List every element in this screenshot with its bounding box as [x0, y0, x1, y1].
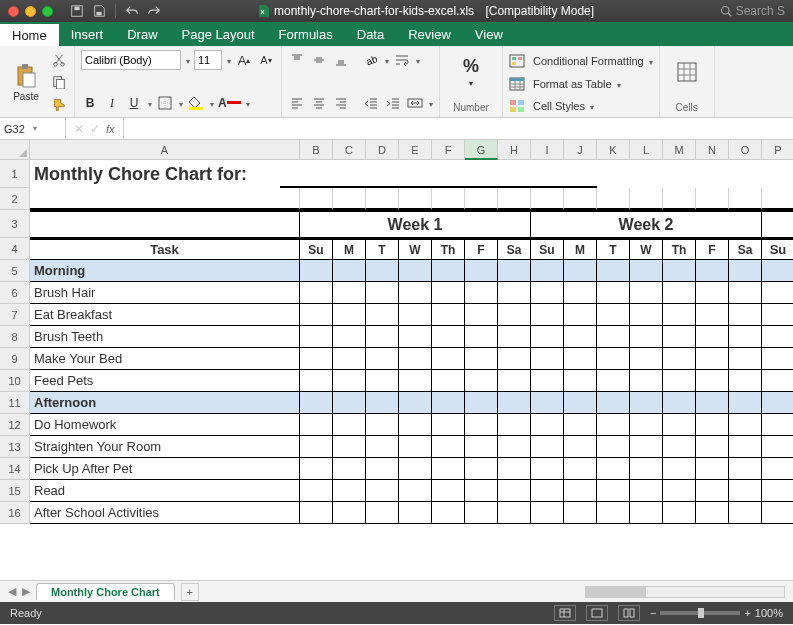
week2-header[interactable]: Week 2	[531, 210, 762, 238]
tab-home[interactable]: Home	[0, 22, 59, 46]
minimize-window-button[interactable]	[25, 6, 36, 17]
add-sheet-button[interactable]: +	[181, 583, 199, 601]
row-header-6[interactable]: 6	[0, 282, 30, 304]
undo-icon[interactable]	[124, 3, 140, 19]
align-top-button[interactable]	[288, 50, 306, 70]
bold-button[interactable]: B	[81, 93, 99, 113]
col-header-J[interactable]: J	[564, 140, 597, 160]
search-box[interactable]: Search S	[720, 4, 785, 18]
col-header-E[interactable]: E	[399, 140, 432, 160]
align-bottom-button[interactable]	[332, 50, 350, 70]
task-header[interactable]: Task	[30, 238, 300, 260]
col-header-D[interactable]: D	[366, 140, 399, 160]
chart-title[interactable]: Monthly Chore Chart for:	[30, 160, 280, 188]
accept-formula-icon[interactable]: ✓	[90, 122, 100, 136]
col-header-G[interactable]: G	[465, 140, 498, 160]
col-header-L[interactable]: L	[630, 140, 663, 160]
col-header-B[interactable]: B	[300, 140, 333, 160]
format-as-table-button[interactable]: Format as Table	[509, 77, 653, 91]
task-cell-15[interactable]: Read	[30, 480, 300, 502]
name-box[interactable]: G32 ▾	[0, 118, 66, 139]
orientation-button[interactable]: ab	[362, 50, 380, 70]
col-header-O[interactable]: O	[729, 140, 762, 160]
select-all-corner[interactable]	[0, 140, 30, 160]
save-icon[interactable]	[91, 3, 107, 19]
sheet-nav-next[interactable]: ▶	[22, 585, 30, 598]
wrap-text-button[interactable]	[393, 50, 411, 70]
align-middle-button[interactable]	[310, 50, 328, 70]
row-header-10[interactable]: 10	[0, 370, 30, 392]
task-cell-8[interactable]: Brush Teeth	[30, 326, 300, 348]
row-header-1[interactable]: 1	[0, 160, 30, 188]
borders-button[interactable]	[156, 93, 174, 113]
task-cell-6[interactable]: Brush Hair	[30, 282, 300, 304]
row-header-7[interactable]: 7	[0, 304, 30, 326]
fill-color-button[interactable]	[187, 93, 205, 113]
view-normal-button[interactable]	[554, 605, 576, 621]
align-left-button[interactable]	[288, 93, 306, 113]
view-page-break-button[interactable]	[618, 605, 640, 621]
task-cell-14[interactable]: Pick Up After Pet	[30, 458, 300, 480]
decrease-indent-button[interactable]	[362, 93, 380, 113]
increase-indent-button[interactable]	[384, 93, 402, 113]
row-header-4[interactable]: 4	[0, 238, 30, 260]
copy-button[interactable]	[50, 72, 68, 92]
tab-insert[interactable]: Insert	[59, 22, 116, 46]
cancel-formula-icon[interactable]: ✕	[74, 122, 84, 136]
tab-data[interactable]: Data	[345, 22, 396, 46]
decrease-font-button[interactable]: A▾	[257, 50, 275, 70]
row-header-16[interactable]: 16	[0, 502, 30, 524]
zoom-slider[interactable]	[660, 611, 740, 615]
italic-button[interactable]: I	[103, 93, 121, 113]
sheet-tab-active[interactable]: Monthly Chore Chart	[36, 583, 175, 600]
fx-icon[interactable]: fx	[106, 123, 115, 135]
align-center-button[interactable]	[310, 93, 328, 113]
row-header-2[interactable]: 2	[0, 188, 30, 210]
number-format-button[interactable]: % ▾	[446, 50, 496, 94]
col-header-N[interactable]: N	[696, 140, 729, 160]
font-size-select[interactable]	[194, 50, 222, 70]
task-cell-11[interactable]: Afternoon	[30, 392, 300, 414]
font-name-select[interactable]	[81, 50, 181, 70]
zoom-in-button[interactable]: +	[744, 607, 750, 619]
redo-icon[interactable]	[146, 3, 162, 19]
row-header-5[interactable]: 5	[0, 260, 30, 282]
row-header-11[interactable]: 11	[0, 392, 30, 414]
row-header-13[interactable]: 13	[0, 436, 30, 458]
row-header-12[interactable]: 12	[0, 414, 30, 436]
font-color-button[interactable]: A	[218, 93, 241, 113]
autosave-icon[interactable]	[69, 3, 85, 19]
task-cell-10[interactable]: Feed Pets	[30, 370, 300, 392]
close-window-button[interactable]	[8, 6, 19, 17]
format-painter-button[interactable]	[50, 94, 68, 114]
tab-view[interactable]: View	[463, 22, 515, 46]
task-cell-7[interactable]: Eat Breakfast	[30, 304, 300, 326]
task-cell-12[interactable]: Do Homework	[30, 414, 300, 436]
maximize-window-button[interactable]	[42, 6, 53, 17]
increase-font-button[interactable]: A▴	[235, 50, 253, 70]
col-header-F[interactable]: F	[432, 140, 465, 160]
tab-draw[interactable]: Draw	[115, 22, 169, 46]
row-header-15[interactable]: 15	[0, 480, 30, 502]
underline-button[interactable]: U	[125, 93, 143, 113]
row-header-9[interactable]: 9	[0, 348, 30, 370]
sheet-nav-prev[interactable]: ◀	[8, 585, 16, 598]
task-cell-16[interactable]: After School Activities	[30, 502, 300, 524]
tab-formulas[interactable]: Formulas	[267, 22, 345, 46]
task-cell-13[interactable]: Straighten Your Room	[30, 436, 300, 458]
view-page-layout-button[interactable]	[586, 605, 608, 621]
row-header-3[interactable]: 3	[0, 210, 30, 238]
cells-button[interactable]	[666, 50, 708, 94]
merge-button[interactable]	[406, 93, 424, 113]
tab-review[interactable]: Review	[396, 22, 463, 46]
col-header-K[interactable]: K	[597, 140, 630, 160]
task-cell-9[interactable]: Make Your Bed	[30, 348, 300, 370]
zoom-control[interactable]: − + 100%	[650, 607, 783, 619]
tab-page-layout[interactable]: Page Layout	[170, 22, 267, 46]
col-header-H[interactable]: H	[498, 140, 531, 160]
zoom-out-button[interactable]: −	[650, 607, 656, 619]
col-header-C[interactable]: C	[333, 140, 366, 160]
week1-header[interactable]: Week 1	[300, 210, 531, 238]
name-blank-line[interactable]	[280, 160, 597, 188]
col-header-M[interactable]: M	[663, 140, 696, 160]
